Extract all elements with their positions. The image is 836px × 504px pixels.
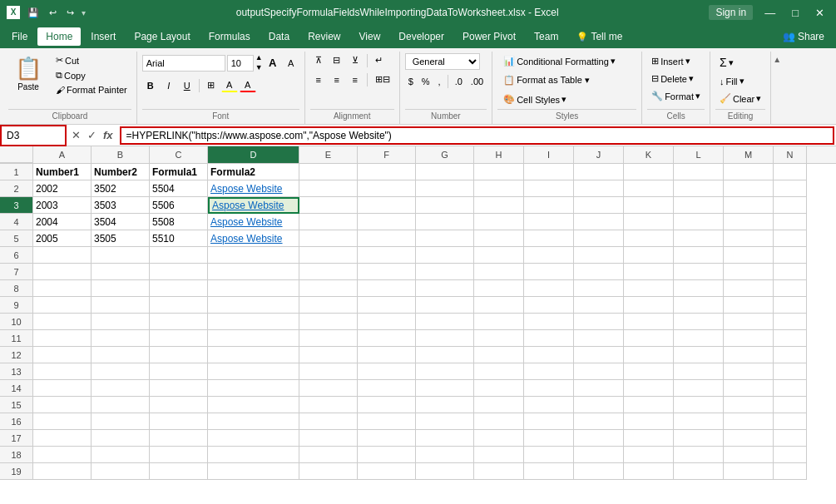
row-header-11[interactable]: 11 — [0, 330, 33, 347]
fill-button[interactable]: ↓ Fill ▾ — [715, 73, 749, 89]
align-left-button[interactable]: ≡ — [310, 73, 327, 86]
cell[interactable]: 3503 — [92, 197, 150, 214]
undo-button[interactable]: ↩ — [47, 6, 59, 20]
cell[interactable] — [474, 397, 524, 413]
cell[interactable] — [208, 330, 299, 347]
cell[interactable] — [416, 297, 474, 314]
col-header-c[interactable]: C — [150, 146, 208, 163]
cell[interactable] — [416, 363, 474, 380]
cell[interactable] — [724, 447, 774, 463]
cell[interactable]: 3502 — [92, 180, 150, 197]
cell[interactable] — [474, 280, 524, 297]
cell[interactable] — [208, 264, 299, 280]
cell[interactable]: 3505 — [92, 230, 150, 247]
cell[interactable] — [208, 380, 299, 397]
cell[interactable] — [299, 463, 358, 480]
cell[interactable] — [574, 297, 624, 314]
cell[interactable] — [474, 413, 524, 430]
font-grow-button[interactable]: A — [265, 55, 281, 71]
minimize-button[interactable]: — — [759, 5, 780, 21]
cell[interactable] — [624, 413, 674, 430]
cell[interactable] — [474, 247, 524, 264]
menu-page-layout[interactable]: Page Layout — [126, 27, 198, 46]
cell[interactable] — [92, 430, 150, 447]
confirm-formula-button[interactable]: ✓ — [86, 127, 98, 143]
cell[interactable] — [33, 280, 92, 297]
cell[interactable] — [358, 413, 416, 430]
maximize-button[interactable]: □ — [787, 5, 804, 21]
cell[interactable] — [674, 397, 724, 413]
cell[interactable] — [674, 430, 724, 447]
cell[interactable] — [774, 363, 807, 380]
cell[interactable] — [92, 330, 150, 347]
cell[interactable] — [624, 247, 674, 264]
save-button[interactable]: 💾 — [25, 6, 42, 20]
cell[interactable] — [208, 430, 299, 447]
cell[interactable] — [574, 447, 624, 463]
menu-review[interactable]: Review — [299, 27, 349, 46]
cell[interactable] — [358, 430, 416, 447]
cell[interactable] — [474, 463, 524, 480]
cell[interactable] — [92, 363, 150, 380]
cell[interactable] — [474, 347, 524, 363]
cell[interactable] — [358, 247, 416, 264]
cell[interactable]: Number1 — [33, 164, 92, 180]
cell[interactable] — [774, 214, 807, 230]
cell[interactable] — [474, 264, 524, 280]
menu-power-pivot[interactable]: Power Pivot — [454, 27, 524, 46]
underline-button[interactable]: U — [179, 79, 195, 92]
cell[interactable] — [299, 214, 358, 230]
cell[interactable] — [624, 463, 674, 480]
cell[interactable] — [358, 164, 416, 180]
cell[interactable] — [624, 347, 674, 363]
cell[interactable] — [624, 430, 674, 447]
cell[interactable] — [624, 180, 674, 197]
cell[interactable] — [474, 214, 524, 230]
cell[interactable] — [92, 314, 150, 330]
cell[interactable] — [524, 264, 574, 280]
cell[interactable] — [208, 247, 299, 264]
cell[interactable] — [724, 430, 774, 447]
row-header-15[interactable]: 15 — [0, 397, 33, 413]
cell[interactable] — [299, 380, 358, 397]
cell[interactable] — [358, 197, 416, 214]
cell[interactable]: 2003 — [33, 197, 92, 214]
cell[interactable] — [474, 180, 524, 197]
cell[interactable] — [574, 164, 624, 180]
cell[interactable] — [774, 164, 807, 180]
cell[interactable] — [474, 380, 524, 397]
menu-team[interactable]: Team — [526, 27, 566, 46]
cell[interactable] — [358, 463, 416, 480]
ribbon-collapse-button[interactable]: ▲ — [773, 55, 781, 64]
cell[interactable] — [724, 214, 774, 230]
cell[interactable] — [574, 380, 624, 397]
col-header-k[interactable]: K — [624, 146, 674, 163]
cell[interactable] — [574, 430, 624, 447]
cell[interactable] — [299, 330, 358, 347]
cell[interactable] — [358, 314, 416, 330]
cell[interactable]: 5504 — [150, 180, 208, 197]
paste-button[interactable]: 📋 Paste — [8, 53, 48, 94]
cell[interactable] — [416, 164, 474, 180]
cell[interactable] — [33, 330, 92, 347]
cell[interactable]: Aspose Website — [208, 214, 299, 230]
cell[interactable] — [774, 413, 807, 430]
cell[interactable] — [92, 380, 150, 397]
cell[interactable] — [774, 330, 807, 347]
align-center-button[interactable]: ≡ — [329, 73, 345, 86]
cell[interactable] — [724, 314, 774, 330]
cell[interactable] — [474, 447, 524, 463]
cell[interactable] — [674, 247, 724, 264]
cell[interactable] — [92, 280, 150, 297]
cell[interactable] — [774, 230, 807, 247]
cell[interactable] — [208, 413, 299, 430]
cell[interactable] — [416, 197, 474, 214]
cell[interactable] — [33, 297, 92, 314]
cell[interactable] — [299, 180, 358, 197]
cell[interactable] — [774, 463, 807, 480]
cell[interactable] — [416, 413, 474, 430]
cell[interactable] — [524, 430, 574, 447]
percent-button[interactable]: % — [418, 75, 433, 88]
menu-data[interactable]: Data — [260, 27, 298, 46]
cell[interactable]: Formula1 — [150, 164, 208, 180]
